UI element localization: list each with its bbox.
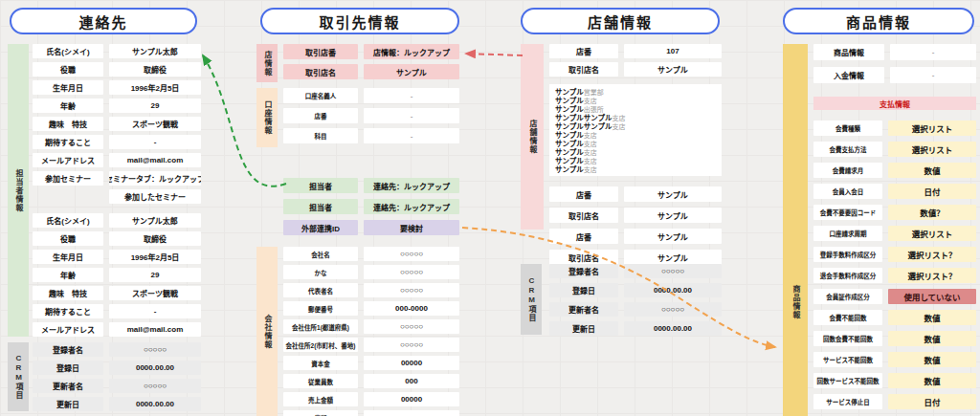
field-value: サンプル太郎 bbox=[109, 213, 201, 228]
field-value: 要検討 bbox=[364, 220, 459, 235]
field-label: 登録日 bbox=[33, 361, 103, 375]
account-bank-strip: 口座情報 bbox=[256, 88, 278, 147]
field-value: ○○○○○ bbox=[364, 265, 459, 279]
field-row: 期待すること - bbox=[33, 304, 201, 318]
field-label: メールアドレス bbox=[33, 322, 103, 337]
field-value: 数値 bbox=[888, 331, 976, 346]
field-row: 店番 サンプル bbox=[549, 186, 722, 202]
field-value: 000 bbox=[364, 374, 459, 388]
account-company-rows: 会社名 ○○○○○ かな ○○○○○ 代表者名 ○○○○○ 郵便番号 000-0… bbox=[283, 247, 459, 416]
field-row: 会社住所1(都道府県) ○○○○○ bbox=[283, 319, 459, 334]
field-value: 日付 bbox=[888, 394, 976, 409]
field-row: 担当者 連絡先：ルックアップ bbox=[283, 178, 459, 193]
field-label: 店番 bbox=[549, 229, 618, 244]
field-label: 商品情報 bbox=[813, 44, 884, 60]
field-label: 担当者 bbox=[283, 178, 358, 193]
field-row: 外部連携ID 要検討 bbox=[283, 220, 459, 235]
field-label: 担当者 bbox=[283, 199, 358, 214]
field-value: - bbox=[890, 67, 976, 83]
field-row: サービス不能回数 数値 bbox=[813, 352, 976, 367]
field-label: 会社住所2(市町村、番地) bbox=[283, 338, 358, 352]
field-row: 店番 サンプル bbox=[549, 229, 722, 244]
field-row: メールアドレス mail@mail.com bbox=[33, 153, 201, 167]
field-row: 氏名(シメイ) サンプル太郎 bbox=[33, 213, 201, 228]
field-value: スポーツ観戦 bbox=[109, 286, 201, 300]
field-row: 参加セミナー セミナータブ：ルックアップ bbox=[33, 171, 201, 186]
product-field-rows: 会費種類 選択リスト 会費支払方法 選択リスト 会費請求月 数値 会員入会日 日… bbox=[813, 120, 976, 415]
field-value: 選択リスト？ bbox=[888, 268, 976, 283]
field-row: 商品情報 - bbox=[813, 44, 976, 60]
field-row: 更新日 0000.00.00 bbox=[33, 397, 201, 411]
branch-list-item: サンプルサンプル支店 bbox=[555, 122, 716, 131]
account-company-strip: 会社情報 bbox=[256, 247, 278, 416]
store-header: 店舗情報 bbox=[521, 8, 720, 34]
lookup-arrow-storeinfo bbox=[466, 54, 523, 55]
field-row: 取引店番 店情報：ルックアップ bbox=[283, 44, 459, 59]
field-label: かな bbox=[283, 265, 358, 279]
field-row: 氏名(シメイ) サンプル太郎 bbox=[33, 44, 201, 58]
field-label: 会員入会日 bbox=[813, 184, 882, 199]
field-value: 選択リスト bbox=[888, 142, 976, 157]
account-store-strip: 店情報 bbox=[256, 44, 278, 82]
field-value: サンプル bbox=[364, 64, 459, 79]
field-value: - bbox=[364, 108, 459, 123]
branch-list-item: サンプル支店 bbox=[555, 165, 716, 174]
field-row: 役職 取締役 bbox=[33, 62, 201, 77]
field-value: サンプル bbox=[624, 250, 722, 265]
field-value: サンプル太郎 bbox=[109, 44, 201, 58]
field-value: サンプル bbox=[624, 186, 722, 202]
diagram-canvas: 連絡先 取引先情報 店舗情報 商品情報 担当者情報 氏名(シメイ) サンプル太郎… bbox=[0, 0, 980, 416]
field-value: サンプル bbox=[624, 208, 722, 223]
field-row: 参加したセミナー bbox=[33, 189, 201, 204]
field-label: 趣味 特技 bbox=[33, 286, 103, 300]
branch-list-item: サンプル支店 bbox=[555, 148, 716, 157]
field-value: 選択リスト bbox=[888, 120, 976, 136]
field-value: 取締役 bbox=[109, 62, 201, 77]
field-row: 更新者名 ○○○○○ bbox=[33, 379, 201, 393]
field-value: ○○○○○ bbox=[364, 410, 459, 416]
field-value: 店情報：ルックアップ bbox=[364, 44, 459, 59]
field-value: 数値？ bbox=[888, 205, 976, 220]
field-value: mail@mail.com bbox=[109, 322, 201, 337]
field-value: - bbox=[109, 135, 201, 149]
branch-list-item: サンプル支店 bbox=[555, 140, 716, 148]
contacts-section-strip: 担当者情報 bbox=[8, 44, 29, 337]
field-value: 107 bbox=[624, 44, 722, 58]
field-value: 選択リスト bbox=[888, 226, 976, 241]
field-label: 趣味 特技 bbox=[33, 117, 103, 131]
field-row: 年齢 29 bbox=[33, 268, 201, 282]
field-value: 0000.00.00 bbox=[624, 283, 722, 297]
field-row: 取引店名 サンプル bbox=[549, 62, 722, 77]
field-label: 登録日 bbox=[549, 283, 618, 297]
field-label: サービス不能回数 bbox=[813, 352, 882, 367]
branch-list-item: サンプルサンプル支店 bbox=[555, 114, 716, 122]
branch-list-box: サンプル営業部 サンプル支店 サンプル出張所 サンプルサンプル支店 サンプルサン… bbox=[549, 84, 722, 176]
field-label: 生年月日 bbox=[33, 250, 103, 264]
field-row: 売上金額 00000 bbox=[283, 392, 459, 406]
field-label: 会費不要要因コード bbox=[813, 205, 882, 220]
field-label: メールアドレス bbox=[33, 153, 103, 167]
field-label: 更新日 bbox=[33, 397, 103, 411]
field-row: 登録日 0000.00.00 bbox=[549, 283, 722, 297]
field-label: 取引店名 bbox=[283, 64, 358, 79]
account-bank-rows: 口座名義人 - 店番 - 科目 - bbox=[283, 88, 459, 148]
field-label: 科目 bbox=[283, 128, 358, 143]
product-header: 商品情報 bbox=[783, 8, 974, 34]
field-value: 1996年2月5日 bbox=[109, 250, 201, 264]
field-label: 会費請求月 bbox=[813, 163, 882, 178]
field-label: 資本金 bbox=[283, 356, 358, 370]
field-label: サービス停止日 bbox=[813, 394, 882, 409]
contacts-rows: 氏名(シメイ) サンプル太郎 役職 取締役 生年月日 1996年2月5日 年齢 … bbox=[33, 44, 201, 340]
field-row: 役職 取締役 bbox=[33, 231, 201, 246]
field-label: 会費支払方法 bbox=[813, 142, 882, 157]
field-row: 会社住所2(市町村、番地) ○○○○○ bbox=[283, 338, 459, 352]
field-label: 会費種類 bbox=[813, 120, 882, 136]
product-section-strip: 商品情報 bbox=[783, 44, 808, 416]
field-row: 店番 107 bbox=[549, 44, 722, 58]
field-label: 退会手数料作成区分 bbox=[813, 268, 882, 283]
field-value: 選択リスト？ bbox=[888, 247, 976, 262]
field-value: ○○○○○ bbox=[109, 342, 201, 357]
field-row: 登録手数料作成区分 選択リスト？ bbox=[813, 247, 976, 262]
branch-list-item: サンプル出張所 bbox=[555, 105, 716, 114]
store-crm-rows: 登録者名 ○○○○○ 登録日 0000.00.00 更新者名 ○○○○○ 更新日… bbox=[549, 264, 722, 340]
